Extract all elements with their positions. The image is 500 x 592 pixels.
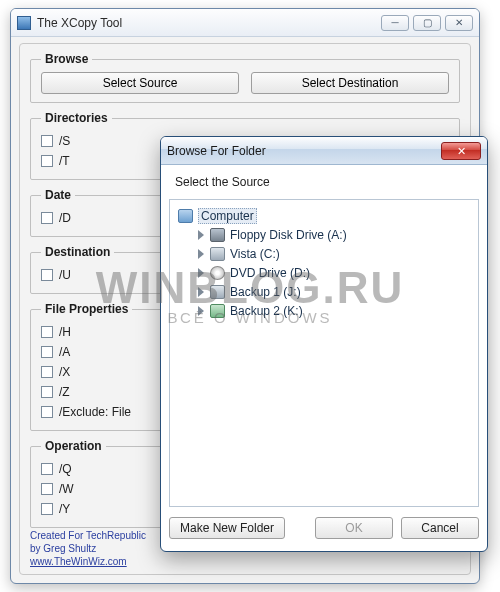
dialog-title: Browse For Folder [167, 144, 441, 158]
tree-root-label: Computer [198, 208, 257, 224]
maximize-button[interactable]: ▢ [413, 15, 441, 31]
checkbox-icon [41, 463, 53, 475]
checkbox-label: /U [59, 268, 71, 282]
expander-icon[interactable] [196, 306, 206, 316]
checkbox-label: /T [59, 154, 70, 168]
browse-group: Browse Select Source Select Destination [30, 52, 460, 103]
checkbox-icon [41, 269, 53, 281]
checkbox-label: /Exclude: File [59, 405, 131, 419]
app-icon [17, 16, 31, 30]
expander-icon[interactable] [196, 287, 206, 297]
computer-icon [178, 209, 193, 223]
minimize-button[interactable]: ─ [381, 15, 409, 31]
checkbox-icon [41, 386, 53, 398]
tree-item-backup2[interactable]: Backup 2 (K:) [174, 301, 474, 320]
directories-legend: Directories [41, 111, 112, 125]
checkbox-icon [41, 406, 53, 418]
expander-icon[interactable] [196, 249, 206, 259]
tree-item-label: DVD Drive (D:) [230, 266, 310, 280]
select-source-button[interactable]: Select Source [41, 72, 239, 94]
tree-item-label: Backup 1 (J:) [230, 285, 301, 299]
footer-line2: by Greg Shultz [30, 542, 146, 555]
main-titlebar[interactable]: The XCopy Tool ─ ▢ ✕ [11, 9, 479, 37]
tree-item-backup1[interactable]: Backup 1 (J:) [174, 282, 474, 301]
local-disk-icon [210, 247, 225, 261]
destination-legend: Destination [41, 245, 114, 259]
tree-item-dvd[interactable]: DVD Drive (D:) [174, 263, 474, 282]
file-properties-legend: File Properties [41, 302, 132, 316]
window-title: The XCopy Tool [37, 16, 377, 30]
tree-item-label: Floppy Disk Drive (A:) [230, 228, 347, 242]
footer-credit: Created For TechRepublic by Greg Shultz … [30, 529, 146, 568]
browse-legend: Browse [41, 52, 92, 66]
ok-button[interactable]: OK [315, 517, 393, 539]
checkbox-icon [41, 135, 53, 147]
backup-drive-icon [210, 304, 225, 318]
dvd-drive-icon [210, 266, 225, 280]
tree-item-floppy[interactable]: Floppy Disk Drive (A:) [174, 225, 474, 244]
checkbox-icon [41, 326, 53, 338]
select-destination-button[interactable]: Select Destination [251, 72, 449, 94]
checkbox-icon [41, 483, 53, 495]
dialog-body: Select the Source Computer Floppy Disk D… [169, 171, 479, 507]
checkbox-label: /Z [59, 385, 70, 399]
tree-item-label: Vista (C:) [230, 247, 280, 261]
operation-legend: Operation [41, 439, 106, 453]
dialog-close-button[interactable]: ✕ [441, 142, 481, 160]
checkbox-label: /Q [59, 462, 72, 476]
dialog-button-row: Make New Folder OK Cancel [169, 513, 479, 543]
checkbox-icon [41, 212, 53, 224]
dialog-titlebar[interactable]: Browse For Folder ✕ [161, 137, 487, 165]
checkbox-label: /W [59, 482, 74, 496]
footer-line1: Created For TechRepublic [30, 529, 146, 542]
checkbox-label: /Y [59, 502, 70, 516]
expander-icon[interactable] [196, 230, 206, 240]
date-legend: Date [41, 188, 75, 202]
checkbox-label: /S [59, 134, 70, 148]
checkbox-icon [41, 366, 53, 378]
make-new-folder-button[interactable]: Make New Folder [169, 517, 285, 539]
dialog-prompt: Select the Source [169, 171, 479, 199]
local-disk-icon [210, 285, 225, 299]
folder-tree[interactable]: Computer Floppy Disk Drive (A:) Vista (C… [169, 199, 479, 507]
tree-item-vista[interactable]: Vista (C:) [174, 244, 474, 263]
checkbox-label: /X [59, 365, 70, 379]
checkbox-label: /D [59, 211, 71, 225]
checkbox-icon [41, 503, 53, 515]
checkbox-icon [41, 155, 53, 167]
tree-root[interactable]: Computer [174, 206, 474, 225]
checkbox-label: /A [59, 345, 70, 359]
tree-item-label: Backup 2 (K:) [230, 304, 303, 318]
browse-for-folder-dialog: Browse For Folder ✕ Select the Source Co… [160, 136, 488, 552]
checkbox-label: /H [59, 325, 71, 339]
floppy-drive-icon [210, 228, 225, 242]
footer-link[interactable]: www.TheWinWiz.com [30, 555, 146, 568]
expander-icon[interactable] [196, 268, 206, 278]
checkbox-icon [41, 346, 53, 358]
close-button[interactable]: ✕ [445, 15, 473, 31]
cancel-button[interactable]: Cancel [401, 517, 479, 539]
